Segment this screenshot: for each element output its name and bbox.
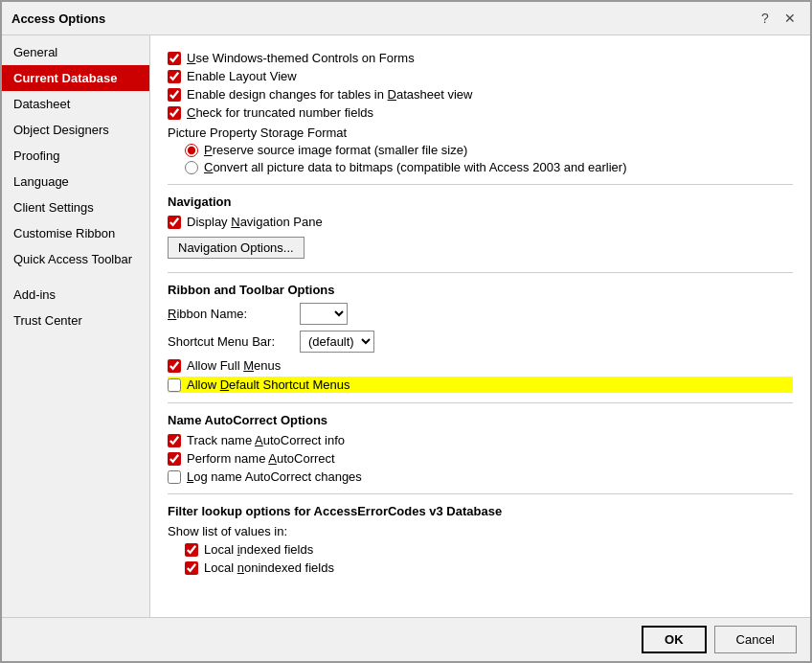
navigation-section-title: Navigation [168,194,793,209]
radio-convert-bitmaps-label: Convert all picture data to bitmaps (com… [204,160,627,174]
separator-autocorrect [168,402,793,403]
access-options-dialog: Access Options ? ✕ General Current Datab… [0,0,812,663]
dialog-footer: OK Cancel [2,617,810,661]
checkbox-enable-layout-view-input[interactable] [168,70,181,83]
shortcut-menu-bar-form-row: Shortcut Menu Bar: (default) [168,331,793,353]
title-bar-controls: ? ✕ [755,8,801,29]
checkbox-check-truncated-input[interactable] [168,106,181,120]
checkbox-enable-design-changes: Enable design changes for tables in Data… [168,87,793,102]
checkbox-local-nonindexed-input[interactable] [185,561,198,575]
checkbox-allow-default-shortcut-label: Allow Default Shortcut Menus [187,377,350,392]
checkbox-enable-design-changes-label: Enable design changes for tables in Data… [187,87,472,102]
checkbox-check-truncated-label: Check for truncated number fields [187,105,373,120]
checkbox-log-name-input[interactable] [168,470,181,484]
checkbox-track-name-input[interactable] [168,434,181,447]
sidebar-item-customise-ribbon[interactable]: Customise Ribbon [2,220,149,246]
ribbon-name-row: Ribbon Name: Shortcut Menu Bar: (default… [168,303,793,353]
navigation-options-button[interactable]: Navigation Options... [168,237,304,259]
checkbox-allow-default-shortcut-row: Allow Default Shortcut Menus [168,377,793,393]
ribbon-name-label: Ribbon Name: [168,307,292,321]
shortcut-menu-bar-select[interactable]: (default) [300,331,374,353]
sidebar: General Current Database Datasheet Objec… [2,35,150,617]
checkbox-display-nav-pane: Display Navigation Pane [168,215,793,229]
title-bar-left: Access Options [11,11,105,26]
checkbox-track-name-label: Track name AutoCorrect info [187,433,345,447]
main-content: Use Windows-themed Controls on Forms Ena… [150,35,810,617]
checkbox-check-truncated: Check for truncated number fields [168,105,793,120]
checkbox-enable-layout-view: Enable Layout View [168,69,793,83]
checkbox-local-nonindexed-label: Local nonindexed fields [204,560,334,575]
checkbox-display-nav-pane-input[interactable] [168,216,181,229]
filter-checkboxes: Local indexed fields Local nonindexed fi… [185,542,793,575]
ribbon-name-form-row: Ribbon Name: [168,303,793,325]
shortcut-menu-bar-label: Shortcut Menu Bar: [168,334,292,349]
checkbox-local-indexed-label: Local indexed fields [204,542,313,557]
dialog-title: Access Options [11,11,105,26]
checkbox-log-name: Log name AutoCorrect changes [168,469,793,484]
close-button[interactable]: ✕ [779,8,801,29]
checkbox-enable-design-changes-input[interactable] [168,88,181,102]
checkbox-allow-default-shortcut-input[interactable] [168,378,181,392]
dialog-body: General Current Database Datasheet Objec… [2,35,810,617]
checkbox-display-nav-pane-label: Display Navigation Pane [187,215,323,229]
ok-button[interactable]: OK [642,626,707,653]
checkbox-enable-layout-view-label: Enable Layout View [187,69,297,83]
checkbox-local-indexed-input[interactable] [185,543,198,557]
ribbon-name-select[interactable] [300,303,348,325]
checkbox-allow-full-menus-input[interactable] [168,359,181,373]
checkbox-local-nonindexed: Local nonindexed fields [185,560,793,575]
radio-preserve-source-input[interactable] [185,144,198,157]
checkbox-perform-name: Perform name AutoCorrect [168,451,793,466]
filter-section-title: Filter lookup options for AccessErrorCod… [168,504,793,518]
checkbox-track-name: Track name AutoCorrect info [168,433,793,447]
sidebar-item-trust-center[interactable]: Trust Center [2,308,149,333]
sidebar-item-client-settings[interactable]: Client Settings [2,194,149,220]
checkbox-allow-full-menus-label: Allow Full Menus [187,358,281,373]
separator-navigation [168,184,793,185]
help-button[interactable]: ? [755,8,776,29]
sidebar-item-add-ins[interactable]: Add-ins [2,282,149,308]
checkbox-use-windows-themed: Use Windows-themed Controls on Forms [168,51,793,65]
radio-preserve-source: Preserve source image format (smaller fi… [185,143,793,157]
checkbox-local-indexed: Local indexed fields [185,542,793,557]
sidebar-item-proofing[interactable]: Proofing [2,143,149,169]
picture-section-label: Picture Property Storage Format [168,126,793,140]
sidebar-item-current-database[interactable]: Current Database [2,65,149,91]
radio-convert-bitmaps: Convert all picture data to bitmaps (com… [185,160,793,174]
separator-ribbon [168,272,793,273]
checkbox-use-windows-themed-input[interactable] [168,52,181,65]
checkbox-allow-full-menus: Allow Full Menus [168,358,793,373]
sidebar-item-quick-access-toolbar[interactable]: Quick Access Toolbar [2,246,149,272]
sidebar-item-general[interactable]: General [2,39,149,65]
checkbox-log-name-label: Log name AutoCorrect changes [187,469,362,484]
sidebar-item-datasheet[interactable]: Datasheet [2,91,149,117]
radio-convert-bitmaps-input[interactable] [185,161,198,174]
nav-options-btn-row: Navigation Options... [168,233,793,263]
separator-filter [168,493,793,494]
checkbox-perform-name-input[interactable] [168,452,181,466]
checkbox-use-windows-themed-label: Use Windows-themed Controls on Forms [187,51,415,65]
name-autocorrect-section-title: Name AutoCorrect Options [168,413,793,427]
sidebar-item-object-designers[interactable]: Object Designers [2,117,149,143]
cancel-button[interactable]: Cancel [714,626,797,653]
picture-radio-section: Preserve source image format (smaller fi… [185,143,793,174]
ribbon-toolbar-section-title: Ribbon and Toolbar Options [168,283,793,297]
show-list-label: Show list of values in: [168,524,793,538]
title-bar: Access Options ? ✕ [2,2,810,35]
checkbox-perform-name-label: Perform name AutoCorrect [187,451,335,466]
sidebar-item-language[interactable]: Language [2,169,149,194]
radio-preserve-source-label: Preserve source image format (smaller fi… [204,143,467,157]
